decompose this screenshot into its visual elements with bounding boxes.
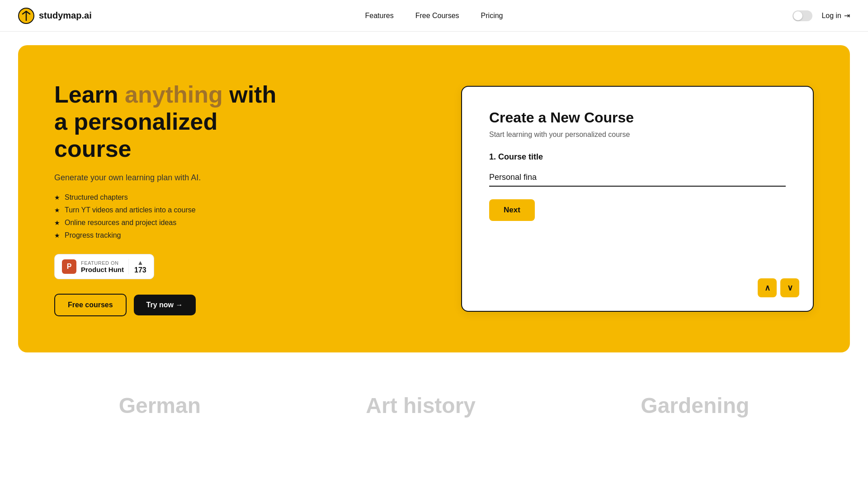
next-button[interactable]: Next: [489, 199, 535, 221]
bottom-item-german: German: [119, 393, 201, 418]
card-nav-down-button[interactable]: ∨: [780, 278, 799, 297]
course-card-header: Create a New Course Start learning with …: [489, 109, 786, 139]
hero-features-list: ★Structured chapters ★Turn YT videos and…: [54, 193, 289, 239]
ph-name: Product Hunt: [81, 266, 124, 273]
hero-buttons: Free courses Try now →: [54, 294, 289, 316]
toggle-knob: [793, 11, 802, 20]
ph-text: FEATURED ON Product Hunt: [81, 260, 124, 273]
ph-featured-label: FEATURED ON: [81, 260, 124, 266]
course-form: 1. Course title Next: [489, 152, 786, 221]
bottom-item-art-history: Art history: [366, 393, 476, 418]
star-icon-3: ★: [54, 219, 60, 226]
hero-title-highlight: anything: [125, 81, 223, 108]
product-hunt-badge[interactable]: P FEATURED ON Product Hunt ▲ 173: [54, 254, 154, 279]
hero-title: Learn anything with a personalized cours…: [54, 81, 289, 162]
course-card-subtitle: Start learning with your personalized co…: [489, 131, 786, 139]
star-icon-4: ★: [54, 232, 60, 239]
navbar-right: Log in ⇥: [793, 10, 850, 21]
brand: studymap.ai: [18, 8, 92, 24]
star-icon-1: ★: [54, 194, 60, 201]
theme-toggle[interactable]: [793, 10, 812, 21]
hero-title-start: Learn: [54, 81, 125, 108]
feature-item-3: ★Online resources and project ideas: [54, 219, 289, 227]
nav-free-courses[interactable]: Free Courses: [415, 12, 459, 20]
course-card: Create a New Course Start learning with …: [461, 86, 814, 312]
ph-logo: P: [62, 259, 76, 274]
bottom-item-gardening: Gardening: [641, 393, 749, 418]
card-nav-buttons: ∧ ∨: [758, 278, 799, 297]
hero-right: Create a New Course Start learning with …: [443, 86, 814, 312]
nav-links: Features Free Courses Pricing: [365, 12, 503, 20]
navbar: studymap.ai Features Free Courses Pricin…: [0, 0, 868, 32]
nav-features[interactable]: Features: [365, 12, 394, 20]
login-icon: ⇥: [844, 11, 850, 20]
course-title-input[interactable]: [489, 169, 786, 187]
ph-score: ▲ 173: [128, 259, 146, 274]
brand-name: studymap.ai: [39, 10, 92, 21]
nav-pricing[interactable]: Pricing: [481, 12, 503, 20]
card-nav-up-button[interactable]: ∧: [758, 278, 777, 297]
ph-arrow-icon: ▲: [137, 259, 143, 266]
form-label: 1. Course title: [489, 152, 786, 162]
brand-logo-icon: [18, 8, 34, 24]
try-now-button[interactable]: Try now →: [134, 295, 196, 315]
feature-item-4: ★Progress tracking: [54, 231, 289, 239]
hero-left: Learn anything with a personalized cours…: [54, 81, 289, 316]
login-button[interactable]: Log in ⇥: [821, 11, 850, 20]
hero-subtitle: Generate your own learning plan with AI.: [54, 173, 289, 183]
feature-item-1: ★Structured chapters: [54, 193, 289, 202]
bottom-section: German Art history Gardening: [0, 366, 868, 445]
star-icon-2: ★: [54, 206, 60, 214]
free-courses-button[interactable]: Free courses: [54, 294, 127, 316]
feature-item-2: ★Turn YT videos and articles into a cour…: [54, 206, 289, 214]
course-card-title: Create a New Course: [489, 109, 786, 126]
hero-section: Learn anything with a personalized cours…: [18, 45, 850, 352]
ph-score-number: 173: [134, 266, 146, 274]
